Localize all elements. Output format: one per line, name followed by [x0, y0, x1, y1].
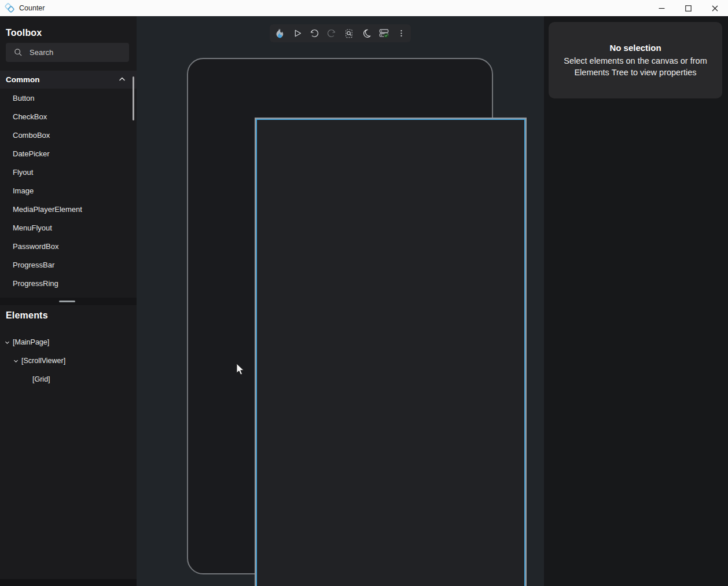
sidebar: Toolbox Common Button CheckBox ComboBox — [0, 16, 137, 586]
toolbox-item[interactable]: Image — [0, 182, 133, 200]
minimize-button[interactable] — [648, 0, 675, 16]
moon-icon — [362, 28, 372, 38]
sidebar-footer-strip — [0, 579, 137, 586]
tree-item-scrollviewer[interactable]: [ScrollViewer] — [0, 351, 137, 370]
play-icon — [292, 28, 302, 38]
tree-item-mainpage[interactable]: [MainPage] — [0, 333, 137, 351]
splitter-grip-handle — [59, 301, 75, 302]
tree-item-label: [MainPage] — [13, 338, 49, 346]
chevron-down-icon — [13, 358, 19, 364]
flame-icon — [274, 28, 285, 39]
list-check-icon — [378, 28, 389, 39]
app-logo-icon — [5, 3, 14, 13]
play-button[interactable] — [288, 24, 306, 42]
properties-panel: No selection Select elements on the canv… — [544, 16, 728, 586]
toolbox-search[interactable] — [6, 43, 129, 62]
tree-item-grid[interactable]: [Grid] — [0, 370, 137, 389]
ellipsis-icon — [397, 28, 406, 38]
app-window: Counter Toolbox Common — [0, 0, 728, 586]
maximize-button[interactable] — [675, 0, 701, 16]
no-selection-card: No selection Select elements on the canv… — [549, 22, 722, 98]
close-icon — [712, 5, 718, 12]
minimize-icon — [659, 5, 665, 12]
runtime-checks-button[interactable] — [375, 24, 392, 42]
tree-item-label: [ScrollViewer] — [21, 357, 65, 365]
section-label: Common — [6, 75, 40, 84]
zoom-to-region-button[interactable] — [340, 24, 358, 42]
no-selection-title: No selection — [609, 43, 661, 53]
close-button[interactable] — [701, 0, 728, 16]
titlebar: Counter — [0, 0, 728, 16]
toolbox-scrollbar-thumb[interactable] — [133, 76, 134, 120]
canvas-toolbar — [270, 24, 411, 42]
device-frame — [187, 58, 493, 574]
undo-icon — [309, 28, 319, 39]
toolbox-item[interactable]: CheckBox — [0, 108, 133, 126]
redo-icon — [326, 28, 337, 39]
maximize-icon — [685, 5, 692, 12]
panel-splitter[interactable] — [0, 298, 137, 305]
toolbox-item[interactable]: Button — [0, 89, 133, 108]
chevron-up-icon — [118, 75, 126, 83]
elements-title: Elements — [6, 310, 48, 321]
window-controls — [648, 0, 728, 16]
toolbox-item[interactable]: PasswordBox — [0, 237, 133, 256]
root-element-highlight — [256, 119, 525, 586]
toolbox-item[interactable]: DatePicker — [0, 145, 133, 163]
chevron-down-icon — [4, 339, 10, 346]
mouse-cursor — [236, 363, 245, 376]
toolbox-item[interactable]: Flyout — [0, 163, 133, 182]
undo-button[interactable] — [306, 24, 323, 42]
elements-tree: [MainPage] [ScrollViewer] [Grid] — [0, 333, 137, 389]
toolbox-item[interactable]: MediaPlayerElement — [0, 200, 133, 219]
device-screen[interactable] — [255, 118, 527, 586]
search-icon — [14, 48, 23, 57]
more-options-button[interactable] — [392, 24, 410, 42]
hot-reload-button[interactable] — [271, 24, 288, 42]
toolbox-item[interactable]: MenuFlyout — [0, 219, 133, 237]
toolbox-item[interactable]: ProgressRing — [0, 274, 133, 293]
redo-button[interactable] — [323, 24, 340, 42]
toolbox-title: Toolbox — [6, 28, 42, 38]
toolbox-item[interactable]: ComboBox — [0, 126, 133, 145]
zoom-region-icon — [344, 28, 354, 39]
no-selection-message: Select elements on the canvas or from El… — [556, 55, 715, 78]
toolbox-section-common[interactable]: Common — [0, 71, 137, 89]
toolbox-item[interactable]: ProgressBar — [0, 256, 133, 274]
design-canvas[interactable] — [137, 16, 544, 586]
tree-item-label: [Grid] — [32, 375, 50, 383]
search-input[interactable] — [30, 48, 122, 57]
toolbox-item-list: Button CheckBox ComboBox DatePicker Flyo… — [0, 89, 133, 293]
theme-toggle-button[interactable] — [358, 24, 375, 42]
window-title: Counter — [19, 4, 45, 12]
